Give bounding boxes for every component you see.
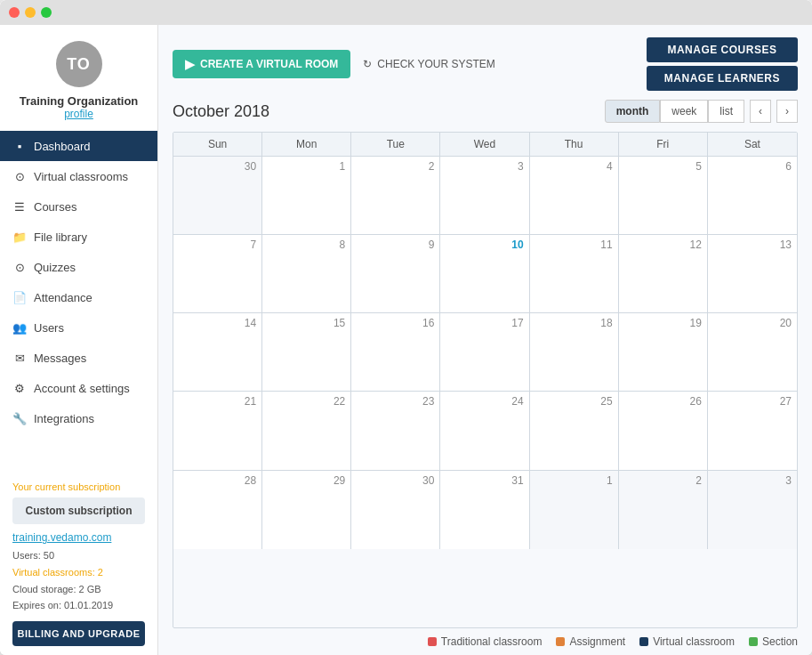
view-week-button[interactable]: week bbox=[660, 100, 708, 123]
minimize-icon[interactable] bbox=[25, 7, 36, 18]
cell-number: 30 bbox=[179, 160, 256, 173]
calendar-cell: 26 bbox=[619, 392, 708, 469]
calendar-cell: 12 bbox=[619, 235, 708, 312]
sidebar-item-virtual-classrooms[interactable]: ⊙ Virtual classrooms bbox=[0, 161, 157, 191]
cell-number-today: 10 bbox=[446, 239, 523, 251]
calendar-cell: 2 bbox=[619, 471, 708, 549]
calendar-cell: 18 bbox=[530, 313, 619, 391]
sidebar: TO Training Organization profile ▪ Dashb… bbox=[0, 25, 158, 655]
calendar-body: 30 1 2 3 4 5 6 7 8 9 bbox=[173, 157, 797, 627]
cell-number: 23 bbox=[357, 395, 434, 408]
sidebar-item-account-settings[interactable]: ⚙ Account & settings bbox=[0, 373, 157, 403]
sidebar-item-label: Account & settings bbox=[34, 382, 130, 395]
sidebar-item-users[interactable]: 👥 Users bbox=[0, 312, 157, 343]
calendar-grid: Sun Mon Tue Wed Thu Fri Sat 30 1 2 bbox=[173, 132, 798, 628]
account-settings-icon: ⚙ bbox=[12, 381, 27, 395]
calendar-week: 21 22 23 24 25 26 27 bbox=[173, 392, 797, 470]
calendar-cell: 20 bbox=[708, 313, 797, 391]
day-header-sun: Sun bbox=[173, 133, 262, 156]
subscription-box: Custom subscription bbox=[12, 497, 145, 524]
sidebar-item-integrations[interactable]: 🔧 Integrations bbox=[0, 403, 157, 433]
maximize-icon[interactable] bbox=[41, 7, 52, 18]
calendar-cell: 11 bbox=[530, 235, 619, 312]
create-room-label: CREATE A VIRTUAL ROOM bbox=[200, 58, 338, 70]
cell-number: 17 bbox=[446, 317, 523, 329]
calendar-cell: 22 bbox=[262, 392, 351, 469]
sidebar-item-label: Dashboard bbox=[34, 140, 91, 153]
top-bar-left: ▶ CREATE A VIRTUAL ROOM ↻ CHECK YOUR SYS… bbox=[173, 50, 495, 78]
legend-dot-virtual bbox=[639, 637, 648, 646]
cell-number: 12 bbox=[624, 239, 702, 251]
calendar-cell: 5 bbox=[619, 157, 708, 234]
avatar: TO bbox=[56, 41, 102, 87]
sidebar-item-label: File library bbox=[34, 230, 87, 244]
calendar-next-button[interactable]: › bbox=[776, 100, 798, 123]
subscription-section: Your current subscription Custom subscri… bbox=[0, 473, 157, 646]
org-name: Training Organization bbox=[20, 94, 139, 108]
sidebar-item-label: Messages bbox=[34, 352, 86, 365]
cell-number: 22 bbox=[268, 395, 345, 408]
subscription-link[interactable]: training.vedamo.com bbox=[12, 531, 145, 544]
calendar-cell: 28 bbox=[173, 471, 262, 549]
video-icon: ▶ bbox=[185, 57, 195, 71]
subscription-info: Users: 50 Virtual classrooms: 2 Cloud st… bbox=[12, 547, 145, 614]
calendar-week: 28 29 30 31 1 2 3 bbox=[173, 471, 797, 549]
sidebar-item-dashboard[interactable]: ▪ Dashboard bbox=[0, 131, 157, 161]
app-window: TO Training Organization profile ▪ Dashb… bbox=[0, 0, 812, 655]
calendar-cell: 23 bbox=[351, 392, 440, 469]
sidebar-item-label: Integrations bbox=[34, 412, 94, 425]
legend-label-section: Section bbox=[762, 635, 798, 648]
cell-number: 26 bbox=[624, 395, 702, 408]
calendar-cell: 29 bbox=[262, 471, 351, 549]
cell-number: 15 bbox=[268, 317, 345, 329]
check-system-button[interactable]: ↻ CHECK YOUR SYSTEM bbox=[363, 58, 494, 70]
legend-bar: Traditional classroom Assignment Virtual… bbox=[173, 628, 798, 655]
sidebar-item-file-library[interactable]: 📁 File library bbox=[0, 222, 157, 252]
legend-virtual-classroom: Virtual classroom bbox=[639, 635, 735, 648]
cell-number: 13 bbox=[713, 239, 792, 251]
sidebar-item-label: Quizzes bbox=[34, 261, 76, 274]
cell-number: 8 bbox=[268, 239, 345, 251]
sidebar-item-attendance[interactable]: 📄 Attendance bbox=[0, 282, 157, 312]
cell-number: 3 bbox=[446, 160, 523, 173]
sidebar-item-quizzes[interactable]: ⊙ Quizzes bbox=[0, 252, 157, 282]
profile-link[interactable]: profile bbox=[64, 108, 93, 120]
cell-number: 2 bbox=[624, 474, 702, 487]
cell-number: 9 bbox=[357, 239, 434, 251]
manage-courses-button[interactable]: MANAGE COURSES bbox=[647, 37, 798, 62]
calendar-cell: 30 bbox=[351, 471, 440, 549]
cell-number: 25 bbox=[535, 395, 613, 408]
view-month-button[interactable]: month bbox=[605, 100, 661, 123]
dashboard-icon: ▪ bbox=[12, 139, 27, 153]
calendar-cell: 9 bbox=[351, 235, 440, 312]
cell-number: 5 bbox=[624, 160, 702, 173]
cell-number: 27 bbox=[713, 395, 792, 408]
create-virtual-room-button[interactable]: ▶ CREATE A VIRTUAL ROOM bbox=[173, 50, 350, 78]
calendar-cell: 19 bbox=[619, 313, 708, 391]
sidebar-item-label: Attendance bbox=[34, 291, 92, 304]
calendar-cell: 24 bbox=[440, 392, 529, 469]
check-system-label: CHECK YOUR SYSTEM bbox=[377, 58, 494, 70]
billing-upgrade-button[interactable]: BILLING AND UPGRADE bbox=[12, 621, 145, 646]
close-icon[interactable] bbox=[9, 7, 20, 18]
avatar-section: TO Training Organization profile bbox=[0, 25, 157, 131]
quizzes-icon: ⊙ bbox=[12, 260, 27, 274]
cell-number: 31 bbox=[446, 474, 523, 487]
manage-learners-button[interactable]: MANAGE LEARNERS bbox=[647, 66, 798, 91]
cell-number: 6 bbox=[713, 160, 792, 173]
cell-number: 4 bbox=[535, 160, 613, 173]
calendar-cell: 10 bbox=[440, 235, 529, 312]
view-list-button[interactable]: list bbox=[708, 100, 744, 123]
day-header-wed: Wed bbox=[440, 133, 529, 156]
calendar-prev-button[interactable]: ‹ bbox=[750, 100, 771, 123]
sidebar-item-messages[interactable]: ✉ Messages bbox=[0, 343, 157, 373]
sidebar-item-label: Courses bbox=[34, 200, 76, 214]
calendar-cell: 30 bbox=[173, 157, 262, 234]
courses-icon: ☰ bbox=[12, 199, 27, 214]
sidebar-item-courses[interactable]: ☰ Courses bbox=[0, 191, 157, 222]
cell-number: 3 bbox=[713, 474, 792, 487]
cell-number: 21 bbox=[179, 395, 256, 408]
cell-number: 1 bbox=[268, 160, 345, 173]
calendar-cell: 16 bbox=[351, 313, 440, 391]
attendance-icon: 📄 bbox=[12, 290, 27, 304]
